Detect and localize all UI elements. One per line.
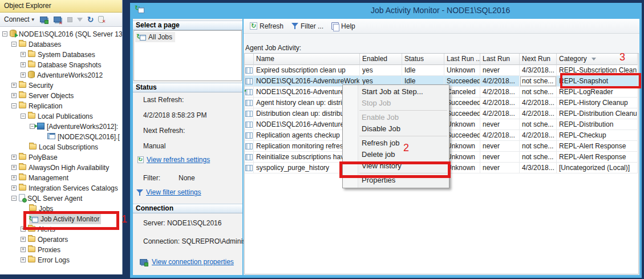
expand-toggle[interactable]: +: [11, 93, 17, 98]
menu-item-properties[interactable]: Properties: [343, 175, 449, 186]
cell-category[interactable]: [Uncategorized (Local)]: [557, 163, 638, 173]
expand-toggle[interactable]: +: [11, 165, 17, 170]
column-header-next-run[interactable]: Next Run: [520, 54, 557, 65]
window-titlebar[interactable]: Job Activity Monitor - NODE1\SQL2016: [130, 3, 642, 18]
cell-last_run_outcome[interactable]: Succeeded: [444, 76, 480, 87]
column-header-name[interactable]: Name: [254, 54, 360, 65]
expand-toggle[interactable]: +: [21, 257, 26, 262]
expand-toggle[interactable]: +: [21, 247, 26, 252]
tree-item-node2-sql2016[interactable]: [NODE2\SQL2016].[: [0, 131, 122, 141]
tree-item-node1-sql2016-sql-server-13-0-1[interactable]: −NODE1\SQL2016 (SQL Server 13.0.1: [0, 29, 122, 39]
stop-script-icon[interactable]: [98, 16, 104, 23]
cell-next_run[interactable]: 4/2/2018...: [520, 98, 557, 108]
tree-item-proxies[interactable]: +Proxies: [0, 244, 122, 254]
column-header-category[interactable]: Category: [557, 54, 638, 65]
cell-last_run[interactable]: 4/2/2018...: [480, 98, 520, 108]
column-header-icon[interactable]: [245, 54, 254, 65]
expand-toggle[interactable]: +: [21, 52, 26, 57]
cell-next_run[interactable]: not sche...: [520, 76, 557, 87]
cell-category[interactable]: REPL-Snapshot: [557, 76, 638, 87]
cell-next_run[interactable]: 4/3/2018...: [520, 65, 557, 76]
cell-last_run_outcome[interactable]: Succeeded: [444, 130, 480, 141]
cell-next_run[interactable]: 4/2/2018...: [520, 108, 557, 119]
menu-item-start-job-at-step[interactable]: Start Job at Step...: [343, 86, 449, 98]
cell-category[interactable]: REPL-Checkup: [557, 130, 638, 141]
cell-status[interactable]: Idle: [402, 65, 444, 76]
expand-toggle[interactable]: +: [11, 175, 17, 180]
expand-toggle[interactable]: +: [11, 83, 17, 88]
refresh-button[interactable]: Refresh: [246, 21, 287, 32]
expand-toggle[interactable]: +: [21, 227, 26, 232]
column-header-last-run[interactable]: Last Run: [480, 54, 520, 65]
cell-next_run[interactable]: 4/2/2018...: [520, 130, 557, 141]
cell-last_run[interactable]: never: [480, 163, 520, 173]
tree-item-management[interactable]: +Management: [0, 172, 122, 183]
cell-category[interactable]: REPL-Distribution Cleanup: [557, 108, 638, 119]
cell-category[interactable]: REPL-Subscription Clean...: [557, 65, 638, 76]
tree-item-sql-server-agent[interactable]: −SQL Server Agent: [0, 193, 122, 203]
tree-item-job-activity-monitor[interactable]: Job Activity Monitor: [0, 213, 122, 224]
category-filter-icon[interactable]: [592, 58, 596, 60]
cell-next_run[interactable]: not sche...: [520, 87, 557, 98]
cell-last_run[interactable]: never: [480, 119, 520, 130]
cell-next_run[interactable]: not sche...: [520, 152, 557, 163]
table-row[interactable]: Expired subscription clean upyesIdleUnkn…: [245, 65, 638, 76]
cell-category[interactable]: REPL-Alert Response: [557, 141, 638, 152]
cell-last_run_outcome[interactable]: Unknown: [444, 163, 480, 173]
cell-last_run[interactable]: never: [480, 65, 520, 76]
cell-category[interactable]: REPL-History Cleanup: [557, 98, 638, 108]
cell-last_run[interactable]: 4/2/2018...: [480, 76, 520, 87]
tree-item-adventureworks2012[interactable]: +AdventureWorks2012: [0, 70, 122, 80]
cell-category[interactable]: REPL-Distribution: [557, 119, 638, 130]
filter-button[interactable]: Filter ...: [287, 21, 327, 32]
tree-item-polybase[interactable]: +PolyBase: [0, 152, 122, 162]
tree-item-operators[interactable]: +Operators: [0, 234, 122, 244]
collapse-toggle[interactable]: −: [30, 124, 35, 129]
cell-next_run[interactable]: not sche...: [520, 119, 557, 130]
tree-item-databases[interactable]: −Databases: [0, 39, 122, 49]
tree-item-database-snapshots[interactable]: +Database Snapshots: [0, 59, 122, 70]
tree-item-alwayson-high-availability[interactable]: +AlwaysOn High Availability: [0, 162, 122, 172]
page-item-all-jobs[interactable]: All Jobs: [135, 32, 175, 42]
menu-item-view-history[interactable]: View history: [343, 160, 449, 172]
cell-last_run_outcome[interactable]: Unknown: [444, 119, 480, 130]
cell-last_run_outcome[interactable]: Canceled: [444, 87, 480, 98]
refresh-icon[interactable]: ↻: [87, 15, 94, 23]
collapse-toggle[interactable]: −: [21, 114, 26, 119]
view-filter-settings-link[interactable]: View filter settings: [146, 188, 201, 196]
disconnect-server-icon[interactable]: [54, 17, 61, 22]
cell-last_run[interactable]: 4/2/2018...: [480, 87, 520, 98]
menu-item-refresh-job[interactable]: Refresh job: [343, 138, 449, 149]
collapse-toggle[interactable]: −: [11, 196, 17, 201]
cell-next_run[interactable]: not sche...: [520, 141, 557, 152]
cell-last_run_outcome[interactable]: Unknown: [444, 141, 480, 152]
column-header-last-run[interactable]: Last Run ...: [444, 54, 480, 65]
cell-last_run[interactable]: never: [480, 152, 520, 163]
tree-item-security[interactable]: +Security: [0, 80, 122, 90]
tree-item-replication[interactable]: −Replication: [0, 100, 122, 111]
menu-item-disable-job[interactable]: Disable Job: [343, 123, 449, 135]
cell-last_run_outcome[interactable]: Succeeded: [444, 108, 480, 119]
collapse-toggle[interactable]: −: [2, 31, 7, 37]
tree-item-adventureworks2012[interactable]: −[AdventureWorks2012]:: [0, 121, 122, 131]
expand-toggle[interactable]: +: [21, 237, 26, 242]
cell-last_run[interactable]: never: [480, 141, 520, 152]
column-header-status[interactable]: Status: [402, 54, 444, 65]
expand-toggle[interactable]: +: [21, 72, 26, 78]
collapse-toggle[interactable]: −: [11, 42, 17, 47]
cell-last_run_outcome[interactable]: Succeeded: [444, 98, 480, 108]
collapse-toggle[interactable]: −: [11, 103, 17, 108]
cell-category[interactable]: REPL-Alert Response: [557, 152, 638, 163]
tree-item-local-publications[interactable]: −Local Publications: [0, 111, 122, 121]
connect-button[interactable]: Connect ▼: [4, 15, 35, 23]
expand-toggle[interactable]: +: [11, 155, 17, 160]
tree-item-alerts[interactable]: +Alerts: [0, 224, 122, 234]
expand-toggle[interactable]: +: [11, 185, 17, 191]
tree-item-integration-services-catalogs[interactable]: +Integration Services Catalogs: [0, 183, 122, 193]
view-connection-properties-link[interactable]: View connection properties: [152, 258, 234, 266]
tree-item-error-logs[interactable]: +Error Logs: [0, 254, 122, 265]
cell-last_run_outcome[interactable]: Unknown: [444, 65, 480, 76]
tree-item-system-databases[interactable]: +System Databases: [0, 49, 122, 59]
column-header-enabled[interactable]: Enabled: [360, 54, 402, 65]
menu-item-delete-job[interactable]: Delete job: [343, 149, 449, 160]
